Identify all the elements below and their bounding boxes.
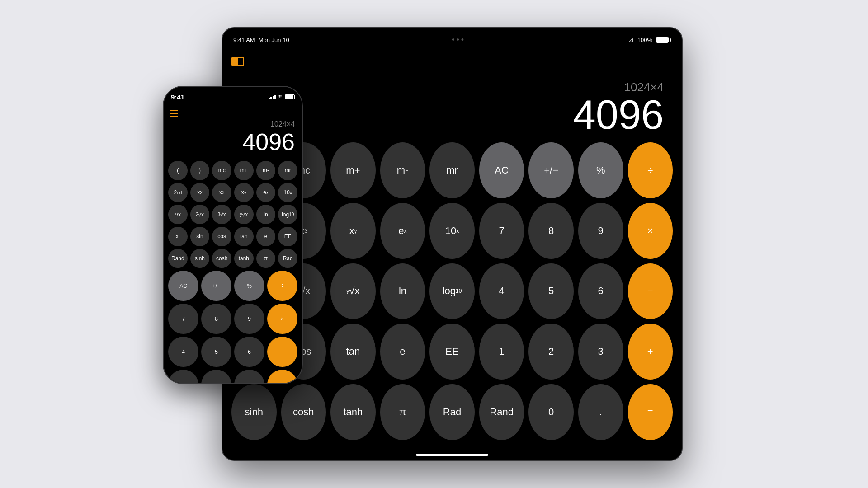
iphone-btn-x[interactable]: y√x <box>234 205 254 224</box>
wifi-icon: ⊿ <box>628 36 634 43</box>
iphone-btn-x[interactable]: xy <box>234 183 254 202</box>
iphone-btn-[interactable]: ( <box>168 161 188 180</box>
iphone-btn-row-2: ¹/x2√x3√xy√xlnlog10 <box>168 205 297 224</box>
iphone-btn-x[interactable]: 3√x <box>212 205 231 224</box>
ipad-btn-[interactable]: − <box>628 263 673 319</box>
ipad-status-right: ⊿ 100% <box>628 36 671 43</box>
ipad-btn-2[interactable]: 2 <box>528 324 574 380</box>
iphone-btn-7[interactable]: 7 <box>168 304 198 334</box>
ipad-btn-Rad[interactable]: Rad <box>429 384 475 440</box>
iphone-btn-tanh[interactable]: tanh <box>234 249 254 268</box>
iphone-btn-1[interactable]: 1 <box>168 370 198 384</box>
iphone-btn-[interactable]: − <box>267 337 297 367</box>
split-view-icon[interactable] <box>231 57 244 66</box>
iphone-btn-8[interactable]: 8 <box>201 304 231 334</box>
ipad-btn-cosh[interactable]: cosh <box>281 384 326 440</box>
iphone-btn-x[interactable]: x! <box>168 227 188 246</box>
iphone-btn-cosh[interactable]: cosh <box>212 249 231 268</box>
iphone-btn-Rad[interactable]: Rad <box>278 249 297 268</box>
ipad-btn-Rand[interactable]: Rand <box>479 384 524 440</box>
ipad-btn-[interactable]: +/− <box>528 142 574 198</box>
iphone-btn-[interactable]: ) <box>190 161 210 180</box>
ipad-btn-e[interactable]: ex <box>380 203 425 259</box>
iphone-btn-5[interactable]: 5 <box>201 337 231 367</box>
iphone-btn-Rand[interactable]: Rand <box>168 249 188 268</box>
ipad-btn-x[interactable]: y√x <box>330 263 376 319</box>
iphone-btn-9[interactable]: 9 <box>234 304 264 334</box>
iphone-btn-2[interactable]: 2nd <box>168 183 188 202</box>
iphone-btn-10[interactable]: 10x <box>278 183 297 202</box>
iphone-btn-mr[interactable]: mr <box>278 161 297 180</box>
ipad-btn-[interactable]: = <box>628 384 673 440</box>
ipad-btn-[interactable]: ÷ <box>628 142 673 198</box>
ipad-btn-4[interactable]: 4 <box>479 263 524 319</box>
iphone-btn-6[interactable]: 6 <box>234 337 264 367</box>
iphone-btn-[interactable]: % <box>234 271 264 301</box>
ipad-btn-[interactable]: % <box>578 142 623 198</box>
ipad-btn-x[interactable]: xy <box>330 203 376 259</box>
ipad-btn-1[interactable]: 1 <box>479 324 524 380</box>
ipad-btn-9[interactable]: 9 <box>578 203 623 259</box>
iphone-btn-[interactable]: +/− <box>201 271 231 301</box>
ipad-btn-EE[interactable]: EE <box>429 324 475 380</box>
iphone-btn-EE[interactable]: EE <box>278 227 297 246</box>
ipad-btn-[interactable]: π <box>380 384 425 440</box>
menu-icon[interactable] <box>170 110 178 117</box>
iphone-btn-mc[interactable]: mc <box>212 161 231 180</box>
ipad-btn-sinh[interactable]: sinh <box>231 384 277 440</box>
ipad-btn-7[interactable]: 7 <box>479 203 524 259</box>
wifi-icon: ≋ <box>278 94 283 100</box>
ipad-btn-log[interactable]: log10 <box>429 263 475 319</box>
ipad-btn-AC[interactable]: AC <box>479 142 524 198</box>
iphone-calculator: 1024×4 4096 ()mcm+m-mr2ndx2x3xyex10x¹/x2… <box>164 107 302 384</box>
ipad-btn-tan[interactable]: tan <box>330 324 376 380</box>
iphone-btn-row-1: 2ndx2x3xyex10x <box>168 183 297 202</box>
iphone-btn-row-6: 789× <box>168 304 297 334</box>
iphone-btn-cos[interactable]: cos <box>212 227 231 246</box>
ipad-btn-tanh[interactable]: tanh <box>330 384 376 440</box>
iphone-top-icons <box>164 107 302 120</box>
iphone-btn-x[interactable]: ¹/x <box>168 205 188 224</box>
iphone-btn-2[interactable]: 2 <box>201 370 231 384</box>
iphone-btn-sin[interactable]: sin <box>190 227 210 246</box>
ipad-btn-[interactable]: . <box>578 384 623 440</box>
ipad-btn-10[interactable]: 10x <box>429 203 475 259</box>
iphone-display: 1024×4 4096 <box>164 120 302 159</box>
ipad-btn-ln[interactable]: ln <box>380 263 425 319</box>
iphone-btn-[interactable]: ÷ <box>267 271 297 301</box>
ipad-btn-e[interactable]: e <box>380 324 425 380</box>
iphone-btn-e[interactable]: e <box>256 227 276 246</box>
iphone-buttons: ()mcm+m-mr2ndx2x3xyex10x¹/x2√x3√xy√xlnlo… <box>164 159 302 384</box>
iphone-btn-3[interactable]: 3 <box>234 370 264 384</box>
iphone-btn-row-3: x!sincostaneEE <box>168 227 297 246</box>
iphone-btn-x[interactable]: x3 <box>212 183 231 202</box>
ipad-btn-[interactable]: × <box>628 203 673 259</box>
iphone-btn-[interactable]: π <box>256 249 276 268</box>
ipad-btn-3[interactable]: 3 <box>578 324 623 380</box>
ipad-btn-mr[interactable]: mr <box>429 142 475 198</box>
ipad-home-indicator <box>222 449 682 460</box>
iphone-btn-ln[interactable]: ln <box>256 205 276 224</box>
iphone-btn-tan[interactable]: tan <box>234 227 254 246</box>
iphone-btn-[interactable]: × <box>267 304 297 334</box>
iphone-btn-sinh[interactable]: sinh <box>190 249 210 268</box>
iphone-btn-AC[interactable]: AC <box>168 271 198 301</box>
iphone-btn-m[interactable]: m+ <box>234 161 254 180</box>
iphone-btn-m[interactable]: m- <box>256 161 276 180</box>
ipad-btn-6[interactable]: 6 <box>578 263 623 319</box>
ipad-btn-[interactable]: + <box>628 324 673 380</box>
ipad-btn-5[interactable]: 5 <box>528 263 574 319</box>
ipad-btn-0[interactable]: 0 <box>528 384 574 440</box>
ipad-btn-m[interactable]: m- <box>380 142 425 198</box>
ipad-status-left: 9:41 AM Mon Jun 10 <box>233 37 289 43</box>
iphone-btn-x[interactable]: x2 <box>190 183 210 202</box>
ipad-btn-8[interactable]: 8 <box>528 203 574 259</box>
iphone-btn-x[interactable]: 2√x <box>190 205 210 224</box>
ipad-btn-m[interactable]: m+ <box>330 142 376 198</box>
iphone-btn-4[interactable]: 4 <box>168 337 198 367</box>
iphone-btn-log[interactable]: log10 <box>278 205 297 224</box>
iphone-btn-e[interactable]: ex <box>256 183 276 202</box>
ipad-status-bar: 9:41 AM Mon Jun 10 ••• ⊿ 100% <box>222 28 682 52</box>
iphone-time: 9:41 <box>171 93 184 101</box>
home-bar <box>416 454 488 456</box>
